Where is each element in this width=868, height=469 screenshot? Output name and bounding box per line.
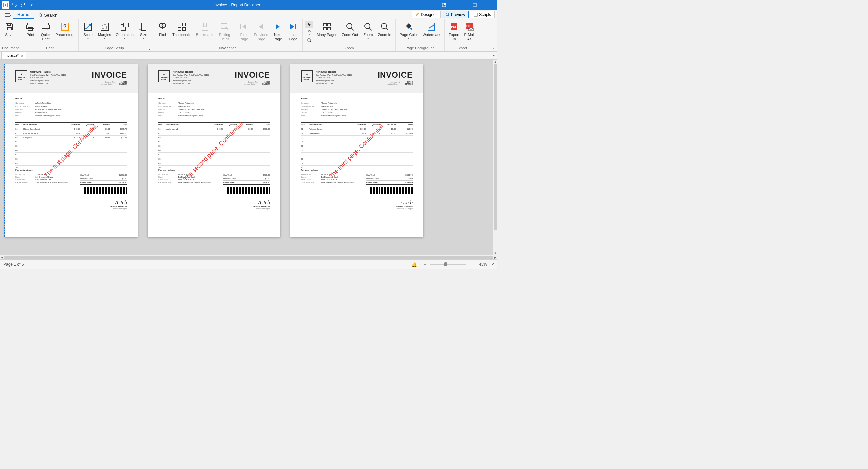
close-button[interactable] bbox=[482, 0, 497, 10]
notifications-icon[interactable]: 🔔 bbox=[411, 262, 417, 267]
table-row: 07 bbox=[15, 153, 127, 157]
zoom-slider[interactable] bbox=[430, 264, 466, 265]
tab-search[interactable]: Search bbox=[34, 11, 62, 19]
svg-line-46 bbox=[310, 41, 311, 42]
save-icon bbox=[4, 21, 14, 32]
find-button[interactable]: Find bbox=[155, 20, 170, 38]
invoice-page[interactable]: NORTHWIND Northwind Traders One Portals … bbox=[148, 64, 280, 237]
window-title: Invoice* - Report Designer bbox=[37, 3, 436, 7]
document-tab-invoice[interactable]: Invoice* ✕ bbox=[1, 52, 26, 59]
document-tab-close[interactable]: ✕ bbox=[21, 54, 23, 58]
svg-line-62 bbox=[429, 24, 434, 29]
hand-tool-button[interactable] bbox=[305, 29, 313, 36]
page-indicator: Page 1 of 6 bbox=[3, 262, 24, 267]
chevron-down-icon: ▼ bbox=[407, 37, 410, 40]
svg-rect-40 bbox=[182, 27, 185, 30]
table-row: 05 bbox=[15, 144, 127, 148]
table-row: 02 bbox=[158, 131, 270, 136]
previous-page-button[interactable]: Previous Page bbox=[252, 20, 270, 42]
svg-rect-50 bbox=[328, 27, 331, 30]
zoom-minus-button[interactable]: − bbox=[422, 262, 428, 267]
qat-customize-button[interactable]: ▼ bbox=[28, 1, 35, 9]
email-pdf-icon: PDF bbox=[464, 21, 474, 32]
ribbon-display-button[interactable] bbox=[436, 0, 452, 10]
last-page-button[interactable]: Last Page bbox=[286, 20, 301, 42]
export-pdf-icon: PDF bbox=[448, 21, 459, 32]
svg-rect-19 bbox=[28, 27, 33, 30]
margins-icon bbox=[99, 21, 110, 32]
maximize-button[interactable] bbox=[467, 0, 482, 10]
page-color-button[interactable]: Page Color ▼ bbox=[398, 20, 420, 41]
document-tabs-menu[interactable]: ▼ bbox=[493, 54, 495, 58]
export-to-button[interactable]: PDF Export To bbox=[446, 20, 461, 42]
undo-button[interactable] bbox=[11, 1, 18, 9]
scroll-left-arrow[interactable]: ◀ bbox=[0, 256, 4, 259]
zoom-plus-button[interactable]: + bbox=[468, 262, 473, 267]
horizontal-scrollbar[interactable]: ◀ ▶ bbox=[0, 255, 497, 259]
scale-button[interactable]: Scale ▼ bbox=[81, 20, 95, 41]
next-page-button[interactable]: Next Page bbox=[271, 20, 285, 42]
ribbon-group-page-background: Page Color ▼ Watermark Page Background bbox=[396, 19, 445, 52]
svg-rect-49 bbox=[323, 27, 326, 30]
invoice-page[interactable]: NORTHWIND Northwind Traders One Portals … bbox=[5, 64, 137, 237]
redo-button[interactable] bbox=[19, 1, 27, 9]
bookmarks-button[interactable]: Bookmarks bbox=[194, 20, 216, 38]
thumbnails-button[interactable]: Thumbnails bbox=[170, 20, 193, 38]
scroll-up-arrow[interactable]: ▲ bbox=[494, 60, 497, 64]
chevron-down-icon: ▼ bbox=[103, 37, 106, 40]
email-as-button[interactable]: PDF E-Mail As bbox=[462, 20, 476, 42]
parameters-icon: ? bbox=[60, 21, 70, 32]
status-bar: Page 1 of 6 🔔 − + 43% ⤢ bbox=[0, 259, 497, 269]
minimize-button[interactable] bbox=[452, 0, 467, 10]
first-page-button[interactable]: First Page bbox=[236, 20, 251, 42]
quick-print-button[interactable]: Quick Print bbox=[38, 20, 53, 42]
app-icon[interactable] bbox=[2, 1, 9, 9]
svg-line-55 bbox=[369, 28, 372, 30]
mode-tab-preview[interactable]: Preview bbox=[442, 11, 469, 18]
svg-point-54 bbox=[365, 23, 370, 29]
magnifierez button[interactable] bbox=[305, 37, 313, 44]
scroll-thumb[interactable] bbox=[494, 64, 497, 230]
table-row: 06 bbox=[15, 148, 127, 153]
editing-fields-button[interactable]: Editing Fields bbox=[217, 20, 232, 42]
zoom-icon bbox=[363, 21, 373, 32]
mode-tab-designer[interactable]: Designer bbox=[412, 11, 441, 18]
parameters-button[interactable]: ? Parameters bbox=[54, 20, 76, 38]
print-button[interactable]: Print bbox=[23, 20, 37, 38]
scale-icon bbox=[83, 21, 93, 32]
margins-button[interactable]: Margins ▼ bbox=[96, 20, 113, 41]
table-row: 05 bbox=[158, 144, 270, 148]
zoom-in-button[interactable]: Zoom In bbox=[376, 20, 393, 38]
orientation-button[interactable]: Orientation ▼ bbox=[114, 20, 135, 41]
ribbon-group-export: PDF Export To PDF E-Mail As Export bbox=[445, 19, 478, 52]
file-menu-button[interactable] bbox=[3, 11, 12, 19]
preview-canvas[interactable]: NORTHWIND Northwind Traders One Portals … bbox=[0, 60, 497, 255]
scroll-down-arrow[interactable]: ▼ bbox=[494, 251, 497, 255]
barcode bbox=[227, 187, 270, 194]
pointer-tool-button[interactable] bbox=[305, 21, 313, 28]
page-setup-dialog-launcher[interactable]: ◢ bbox=[148, 47, 150, 51]
mode-tab-scripts[interactable]: {} Scripts bbox=[470, 11, 495, 18]
svg-rect-8 bbox=[5, 13, 10, 13]
many-pages-button[interactable]: Many Pages bbox=[315, 20, 339, 38]
chevron-down-icon: ▼ bbox=[87, 37, 89, 40]
ribbon-collapse-button[interactable]: ︿ bbox=[492, 46, 495, 51]
vertical-scrollbar[interactable]: ▲ ▼ bbox=[493, 60, 497, 255]
svg-point-35 bbox=[162, 23, 166, 27]
ribbon-group-page-setup: Scale ▼ Margins ▼ Orientation ▼ Size ▼ P… bbox=[79, 19, 153, 52]
watermark-button[interactable]: Watermark bbox=[421, 20, 442, 38]
print-icon bbox=[25, 21, 36, 32]
ribbon-group-document: Save Document bbox=[0, 19, 21, 52]
scroll-right-arrow[interactable]: ▶ bbox=[494, 256, 497, 259]
scroll-thumb[interactable] bbox=[4, 256, 494, 259]
save-button[interactable]: Save bbox=[2, 20, 17, 38]
invoice-page[interactable]: NORTHWIND Northwind Traders One Portals … bbox=[290, 64, 423, 237]
zoom-expand-button[interactable]: ⤢ bbox=[492, 262, 494, 266]
zoom-button[interactable]: Zoom ▼ bbox=[361, 20, 375, 41]
zoom-percent[interactable]: 43% bbox=[475, 262, 487, 267]
zoom-out-button[interactable]: Zoom Out bbox=[340, 20, 360, 38]
tab-home[interactable]: Home bbox=[12, 11, 34, 19]
invoice-heading: INVOICE bbox=[92, 70, 127, 80]
size-button[interactable]: Size ▼ bbox=[136, 20, 151, 41]
table-row: 07 bbox=[301, 153, 413, 157]
